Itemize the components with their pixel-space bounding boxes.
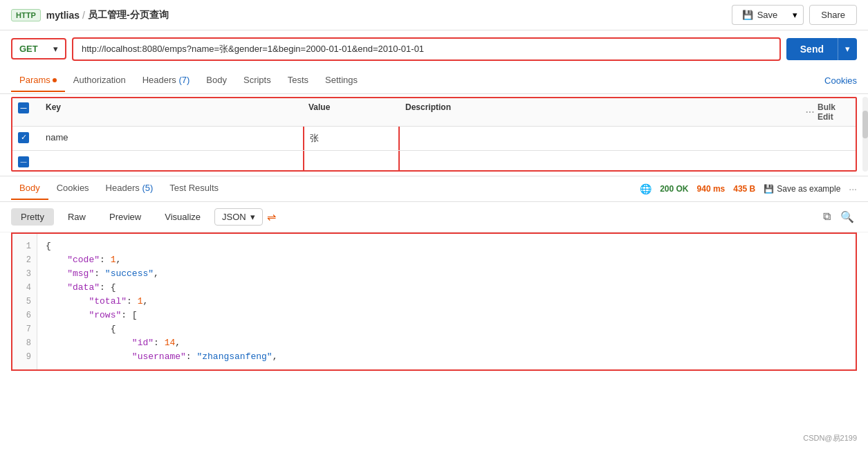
params-col-checkbox (12, 98, 40, 126)
method-label: GET (19, 44, 38, 54)
json-format-select[interactable]: JSON ▾ (214, 208, 263, 226)
status-ok-badge: 200 OK (660, 184, 688, 194)
request-tabs-bar: Params Authorization Headers (7) Body Sc… (0, 68, 868, 94)
save-group: 💾 Save ▾ (732, 5, 804, 25)
resp-tab-body[interactable]: Body (11, 177, 48, 200)
tab-headers-label: Headers (142, 75, 176, 85)
code-line-8: "id": 14, (46, 336, 847, 350)
code-content[interactable]: { "code": 1, "msg": "success", "data": {… (37, 234, 856, 369)
line-num-6: 6 (12, 309, 37, 322)
search-icon[interactable]: 🔍 (838, 208, 857, 226)
tab-headers-count: (7) (178, 75, 190, 85)
save-dropdown-button[interactable]: ▾ (787, 5, 804, 25)
tab-headers[interactable]: Headers (7) (134, 69, 198, 92)
more-options-icon[interactable]: ··· (849, 183, 857, 194)
send-dropdown-button[interactable]: ▾ (838, 38, 857, 60)
params-scrollbar-thumb[interactable] (862, 111, 868, 138)
line-num-9: 9 (12, 350, 37, 364)
row2-key-col (40, 151, 303, 170)
params-col-bulk-header: ··· Bulk Edit (800, 98, 856, 126)
format-bar: Pretty Raw Preview Visualize JSON ▾ ⇌ ⧉ … (0, 202, 868, 232)
code-line-3: "msg": "success", (46, 267, 847, 281)
params-table: Key Value Description ··· Bulk Edit name… (11, 97, 857, 172)
share-button[interactable]: Share (809, 5, 857, 25)
row2-checkbox[interactable] (18, 156, 29, 167)
breadcrumb-base: mytlias (46, 10, 80, 21)
row2-value-col (303, 151, 400, 170)
table-row: name 张 (12, 127, 856, 151)
breadcrumb-page: 员工管理-分页查询 (88, 9, 169, 21)
line-num-8: 8 (12, 336, 37, 350)
tab-params-label: Params (19, 75, 50, 85)
method-chevron-icon: ▾ (53, 44, 58, 54)
code-line-4: "data": { (46, 281, 847, 295)
save-example-label: Save as example (777, 184, 840, 194)
method-select[interactable]: GET ▾ (11, 38, 66, 59)
tab-authorization[interactable]: Authorization (65, 69, 134, 92)
send-chevron-icon: ▾ (845, 44, 850, 54)
row-checkbox[interactable] (18, 132, 29, 143)
raw-button[interactable]: Raw (58, 208, 95, 226)
line-num-3: 3 (12, 267, 37, 281)
tab-body[interactable]: Body (198, 69, 235, 92)
tab-params[interactable]: Params (11, 69, 65, 92)
tab-body-label: Body (206, 75, 227, 85)
wrap-icon[interactable]: ⇌ (267, 210, 276, 223)
resp-tab-headers[interactable]: Headers (5) (98, 177, 162, 200)
code-line-9: "username": "zhangsanfeng", (46, 350, 847, 364)
status-size: 435 B (733, 184, 755, 194)
tab-scripts-label: Scripts (243, 75, 271, 85)
code-line-6: "rows": [ (46, 309, 847, 322)
tab-tests[interactable]: Tests (279, 69, 317, 92)
save-example-icon: 💾 (764, 184, 774, 194)
save-button[interactable]: 💾 Save (732, 5, 788, 25)
chevron-down-icon: ▾ (793, 10, 797, 20)
params-col-desc-header: Description (400, 98, 800, 126)
line-num-5: 5 (12, 295, 37, 309)
url-input[interactable] (82, 44, 771, 55)
resp-tab-cookies[interactable]: Cookies (48, 177, 98, 200)
code-line-2: "code": 1, (46, 253, 847, 267)
line-num-7: 7 (12, 322, 37, 336)
row2-desc-col (400, 151, 800, 170)
url-bar: GET ▾ Send ▾ (0, 30, 868, 68)
row2-checkbox-col (12, 151, 40, 170)
resp-headers-count: (5) (142, 183, 153, 193)
copy-icon[interactable]: ⧉ (820, 208, 833, 226)
breadcrumb-separator: / (82, 10, 85, 21)
pretty-button[interactable]: Pretty (11, 208, 54, 226)
code-line-5: "total": 1, (46, 295, 847, 309)
status-time: 940 ms (697, 184, 726, 194)
code-lines: 1 2 3 4 5 6 7 8 9 { "code": 1, "msg": "s… (12, 234, 856, 369)
code-line-1: { (46, 239, 847, 253)
save-example-button[interactable]: 💾 Save as example (764, 184, 840, 194)
params-col-value-header: Value (303, 98, 400, 126)
params-dot (53, 78, 57, 82)
tab-settings-label: Settings (325, 75, 358, 85)
row-actions-col (800, 127, 856, 150)
breadcrumb: mytlias / 员工管理-分页查询 (46, 9, 732, 21)
row-desc-col (400, 127, 800, 150)
row-key: name (46, 132, 68, 143)
preview-button[interactable]: Preview (100, 208, 151, 226)
select-all-checkbox[interactable] (18, 102, 29, 113)
line-num-2: 2 (12, 253, 37, 267)
bulk-edit-label[interactable]: Bulk Edit (818, 102, 850, 122)
code-line-7: { (46, 322, 847, 336)
response-tabs-bar: Body Cookies Headers (5) Test Results 🌐 … (0, 176, 868, 202)
visualize-button[interactable]: Visualize (155, 208, 210, 226)
url-input-wrapper (72, 37, 781, 61)
resp-tab-test-results[interactable]: Test Results (161, 177, 227, 200)
tab-scripts[interactable]: Scripts (235, 69, 279, 92)
send-group: Send ▾ (786, 38, 857, 60)
cookies-link[interactable]: Cookies (824, 75, 857, 86)
globe-icon[interactable]: 🌐 (640, 183, 652, 194)
params-scrollbar[interactable] (862, 97, 868, 172)
resp-headers-label: Headers (106, 183, 140, 193)
table-row-partial (12, 151, 856, 170)
send-button[interactable]: Send (786, 38, 838, 60)
tab-settings[interactable]: Settings (317, 69, 366, 92)
save-label: Save (757, 10, 778, 20)
line-num-4: 4 (12, 281, 37, 295)
tab-authorization-label: Authorization (73, 75, 126, 85)
